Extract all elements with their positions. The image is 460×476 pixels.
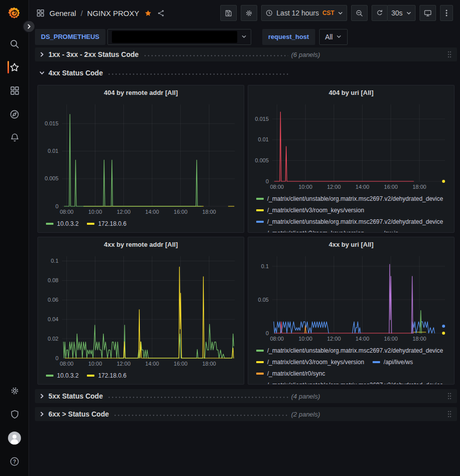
sidebar-item-search[interactable] <box>0 32 29 55</box>
row-header-5xx[interactable]: 5xx Status Code (4 panels) <box>35 389 457 403</box>
svg-text:0.015: 0.015 <box>255 116 269 122</box>
apps-icon <box>36 8 45 17</box>
monitor-icon <box>424 9 432 17</box>
legend-item[interactable]: 172.18.0.6 <box>87 218 126 229</box>
svg-text:08:00: 08:00 <box>60 361 74 367</box>
variable-select-ds-prometheus[interactable] <box>107 29 251 45</box>
row-dotted-fill <box>143 54 288 57</box>
legend-swatch <box>256 384 264 385</box>
legend-item[interactable]: /_matrix/client/v3/room_keys/version <box>256 227 364 233</box>
time-range-picker[interactable]: Last 12 hours CST <box>261 5 348 21</box>
sidebar-item-configuration[interactable] <box>0 379 29 403</box>
row-dotted-fill <box>107 73 288 75</box>
legend-swatch <box>256 350 264 352</box>
row-drag-handle[interactable] <box>447 410 452 418</box>
svg-text:12:00: 12:00 <box>117 361 131 367</box>
chevron-down-icon <box>338 10 343 16</box>
legend-item[interactable]: /_matrix/client/v3/room_keys/version <box>256 204 364 216</box>
row-header-1xx-3xx-2xx[interactable]: 1xx - 3xx - 2xx Status Code (6 panels) <box>35 47 457 61</box>
user-avatar <box>8 432 21 445</box>
legend-swatch <box>46 375 53 377</box>
row-drag-handle[interactable] <box>447 392 452 400</box>
svg-text:14:00: 14:00 <box>145 209 159 215</box>
sidebar-item-alerting[interactable] <box>0 126 29 149</box>
svg-text:0.1: 0.1 <box>261 263 269 269</box>
legend-item[interactable]: /_matrix/client/v3/room_keys/version <box>256 356 364 368</box>
chart-4xx-by-remote-addr[interactable]: 08:0010:0012:0014:0016:0018:0000.020.040… <box>42 252 240 368</box>
legend-item[interactable]: /sw.js <box>373 227 398 233</box>
legend-item[interactable]: /_matrix/client/unstable/org.matrix.msc2… <box>256 193 443 204</box>
legend-swatch <box>87 223 94 225</box>
svg-text:0: 0 <box>55 355 58 361</box>
sidebar-bottom: ? <box>0 379 29 473</box>
panel-title[interactable]: 4xx by remote addr [All] <box>42 237 240 252</box>
panel-title[interactable]: 404 by uri [All] <box>252 85 450 100</box>
breadcrumb-section[interactable]: General <box>49 9 76 17</box>
chart-4xx-by-uri[interactable]: 08:0010:0012:0014:0016:0018:0000.050.1 <box>252 252 450 343</box>
legend-item[interactable]: 10.0.3.2 <box>46 370 78 381</box>
svg-text:0.01: 0.01 <box>48 148 58 154</box>
chart-404-by-remote-addr[interactable]: 08:0010:0012:0014:0016:0018:0000.0050.01… <box>42 100 240 216</box>
row-title: 4xx Status Code <box>48 69 103 77</box>
breadcrumb-dashboard-title[interactable]: NGINX PROXY <box>87 9 139 17</box>
chevron-down-icon <box>406 10 412 16</box>
zoom-out-button[interactable] <box>351 5 368 21</box>
variable-select-request-host[interactable]: All <box>319 29 348 45</box>
gear-icon <box>9 386 20 396</box>
legend-item[interactable]: /_matrix/client/r0/sync <box>256 368 325 379</box>
legend-label: /sw.js <box>384 230 398 233</box>
chart-404-by-uri[interactable]: 08:0010:0012:0014:0016:0018:0000.0050.01… <box>252 100 450 191</box>
panel-title[interactable]: 4xx by uri [All] <box>252 237 450 252</box>
row-header-4xx[interactable]: 4xx Status Code <box>35 66 457 80</box>
sidebar-expand-button[interactable] <box>22 20 35 33</box>
legend-item[interactable]: /_matrix/client/unstable/org.matrix.msc2… <box>256 216 443 227</box>
panel-404-by-remote-addr: 404 by remote addr [All] 08:0010:0012:00… <box>37 85 244 233</box>
sidebar-item-starred[interactable] <box>0 55 29 79</box>
svg-text:10:00: 10:00 <box>88 361 102 367</box>
legend-swatch <box>87 375 94 377</box>
legend-item[interactable]: 10.0.3.2 <box>46 218 78 229</box>
row-drag-handle[interactable] <box>447 50 452 58</box>
more-options-button[interactable] <box>440 5 453 21</box>
panel-title[interactable]: 404 by remote addr [All] <box>42 85 240 100</box>
sidebar-item-server-admin[interactable] <box>0 403 29 426</box>
tv-mode-button[interactable] <box>420 5 436 21</box>
sidebar-item-help[interactable]: ? <box>0 450 29 473</box>
legend-item[interactable]: /_matrix/client/unstable/org.matrix.msc2… <box>256 345 443 356</box>
svg-text:0.06: 0.06 <box>48 297 58 303</box>
row-panel-count: (4 panels) <box>291 393 320 400</box>
refresh-interval-dropdown[interactable]: 30s <box>387 5 416 21</box>
svg-text:0.08: 0.08 <box>48 277 58 283</box>
svg-text:08:00: 08:00 <box>270 336 284 342</box>
sidebar-item-dashboards[interactable] <box>0 79 29 102</box>
svg-text:12:00: 12:00 <box>327 336 341 342</box>
legend-item[interactable]: /_matrix/client/unstable/org.matrix.msc2… <box>256 379 443 385</box>
starred-icon[interactable] <box>144 9 152 17</box>
redacted-variable-value <box>112 31 237 43</box>
save-dashboard-button[interactable] <box>220 5 237 21</box>
gear-icon <box>245 9 253 17</box>
svg-text:10:00: 10:00 <box>88 209 102 215</box>
svg-text:0.005: 0.005 <box>44 175 58 181</box>
refresh-button[interactable] <box>372 5 388 21</box>
svg-text:14:00: 14:00 <box>356 184 370 190</box>
svg-text:0.005: 0.005 <box>255 157 269 163</box>
chevron-down-icon <box>336 34 342 39</box>
sidebar-menu <box>0 32 28 149</box>
svg-text:12:00: 12:00 <box>117 209 131 215</box>
row-dotted-fill <box>113 414 288 417</box>
share-icon[interactable] <box>157 9 165 17</box>
row-header-6xx[interactable]: 6xx > Status Code (2 panels) <box>35 407 457 421</box>
dashboard-settings-button[interactable] <box>241 5 257 21</box>
sidebar-item-explore[interactable] <box>0 102 29 126</box>
svg-text:16:00: 16:00 <box>384 336 398 342</box>
legend-item[interactable]: /api/live/ws <box>373 356 413 368</box>
legend-label: /_matrix/client/unstable/org.matrix.msc2… <box>267 218 443 225</box>
legend-label: 10.0.3.2 <box>57 220 78 227</box>
legend-item[interactable]: 172.18.0.6 <box>87 370 126 381</box>
shield-icon <box>9 409 20 420</box>
svg-text:10:00: 10:00 <box>299 184 313 190</box>
legend-swatch <box>46 223 53 225</box>
sidebar-item-profile[interactable] <box>0 426 29 450</box>
svg-text:?: ? <box>13 459 16 464</box>
